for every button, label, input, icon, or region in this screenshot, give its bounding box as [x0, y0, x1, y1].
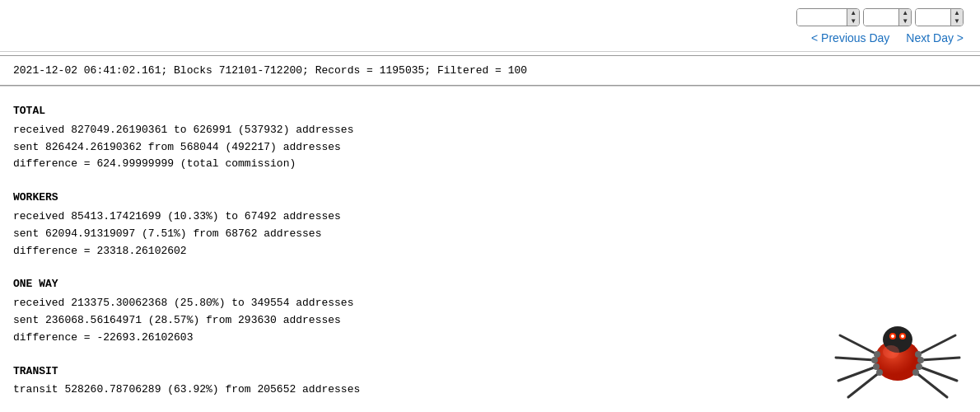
- info-bar: 2021-12-02 06:41:02.161; Blocks 712101-7…: [0, 55, 980, 86]
- date-input-group: 2021 ▲ ▼ 12 ▲ ▼ 02 ▲ ▼: [796, 8, 964, 26]
- one-way-section: ONE WAY received 213375.30062368 (25.80%…: [13, 276, 967, 346]
- previous-day-link[interactable]: < Previous Day: [811, 31, 889, 44]
- nav-bar: < Previous Day Next Day >: [0, 30, 980, 51]
- svg-point-15: [874, 351, 880, 358]
- svg-point-17: [873, 363, 880, 370]
- header-bar: 2021 ▲ ▼ 12 ▲ ▼ 02 ▲ ▼: [0, 0, 980, 30]
- transit-section: TRANSIT transit 528260.78706289 (63.92%)…: [13, 363, 967, 400]
- transit-line1: transit 528260.78706289 (63.92%) from 20…: [13, 382, 967, 399]
- workers-line1: received 85413.17421699 (10.33%) to 6749…: [13, 208, 967, 226]
- year-spinner[interactable]: 2021 ▲ ▼: [796, 8, 860, 26]
- one-way-title: ONE WAY: [13, 276, 967, 293]
- svg-point-16: [871, 357, 878, 363]
- transit-title: TRANSIT: [13, 363, 967, 381]
- workers-title: WORKERS: [13, 190, 967, 207]
- main-content: TOTAL received 827049.26190361 to 626991…: [0, 90, 980, 412]
- day-up-button[interactable]: ▲: [951, 9, 963, 17]
- svg-point-23: [883, 345, 899, 358]
- svg-point-22: [912, 369, 919, 376]
- total-line1: received 827049.26190361 to 626991 (5379…: [13, 122, 967, 139]
- svg-point-21: [916, 363, 922, 370]
- total-title: TOTAL: [13, 103, 967, 120]
- svg-point-18: [876, 369, 883, 376]
- info-text: 2021-12-02 06:41:02.161; Blocks 712101-7…: [13, 64, 527, 77]
- spider-illustration: [832, 298, 964, 412]
- workers-section: WORKERS received 85413.17421699 (10.33%)…: [13, 190, 967, 260]
- month-up-button[interactable]: ▲: [899, 9, 911, 17]
- one-way-line1: received 213375.30062368 (25.80%) to 349…: [13, 295, 967, 312]
- year-down-button[interactable]: ▼: [847, 17, 859, 26]
- total-section: TOTAL received 827049.26190361 to 626991…: [13, 103, 967, 173]
- svg-line-8: [836, 358, 875, 360]
- day-spinner[interactable]: 02 ▲ ▼: [915, 8, 964, 26]
- svg-point-5: [891, 335, 894, 338]
- svg-point-6: [901, 335, 904, 338]
- svg-point-20: [917, 357, 924, 363]
- month-down-button[interactable]: ▼: [899, 17, 911, 26]
- year-up-button[interactable]: ▲: [847, 9, 859, 17]
- year-arrows: ▲ ▼: [847, 9, 859, 26]
- svg-line-7: [840, 335, 877, 354]
- svg-point-19: [915, 351, 922, 358]
- total-line2: sent 826424.26190362 from 568044 (492217…: [13, 139, 967, 157]
- one-way-line2: sent 236068.56164971 (28.57%) from 29363…: [13, 312, 967, 330]
- svg-line-11: [918, 335, 955, 354]
- total-line3: difference = 624.99999999 (total commiss…: [13, 156, 967, 173]
- one-way-line3: difference = -22693.26102603: [13, 330, 967, 347]
- spider-svg: [832, 298, 964, 412]
- top-divider: [0, 51, 980, 52]
- month-input[interactable]: 12: [864, 9, 898, 26]
- day-down-button[interactable]: ▼: [951, 17, 963, 26]
- day-arrows: ▲ ▼: [950, 9, 963, 26]
- workers-line2: sent 62094.91319097 (7.51%) from 68762 a…: [13, 226, 967, 243]
- year-input[interactable]: 2021: [797, 9, 847, 26]
- bottom-info-divider: [0, 86, 980, 87]
- workers-line3: difference = 23318.26102602: [13, 243, 967, 260]
- month-arrows: ▲ ▼: [898, 9, 911, 26]
- month-spinner[interactable]: 12 ▲ ▼: [863, 8, 912, 26]
- day-input[interactable]: 02: [916, 9, 950, 26]
- svg-line-12: [921, 358, 959, 360]
- next-day-link[interactable]: Next Day >: [906, 31, 964, 44]
